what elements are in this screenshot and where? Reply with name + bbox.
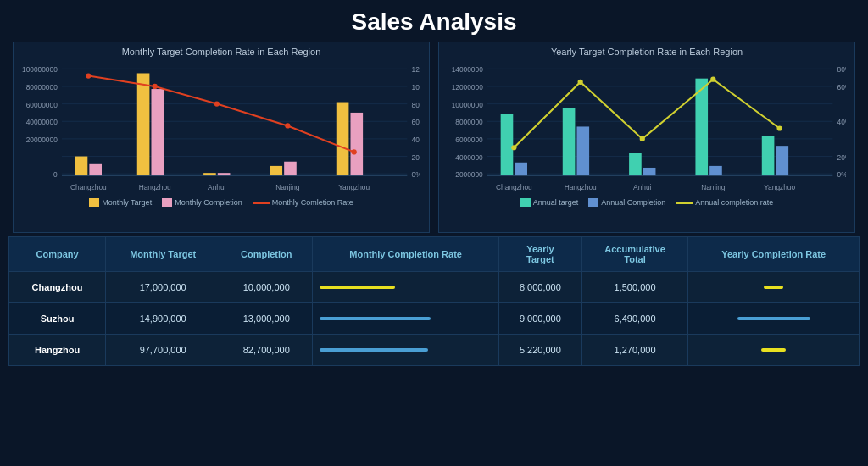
right-chart-legend: Annual target Annual Completion Annual c… xyxy=(448,198,846,207)
svg-text:Hangzhou: Hangzhou xyxy=(565,183,597,191)
svg-text:20%: 20% xyxy=(412,153,420,162)
right-chart-title: Yearly Target Completion Rate in Each Re… xyxy=(448,47,846,57)
svg-rect-23 xyxy=(151,89,164,175)
page-title: Sales Analysis xyxy=(0,0,868,40)
svg-point-70 xyxy=(511,145,516,150)
svg-text:14000000: 14000000 xyxy=(452,65,484,74)
svg-text:0%: 0% xyxy=(412,170,420,179)
cell-yearly-rate xyxy=(688,303,860,335)
svg-rect-29 xyxy=(350,113,363,175)
svg-text:Hangzhou: Hangzhou xyxy=(139,183,171,191)
data-table-section: Company Monthly Target Completion Monthl… xyxy=(0,236,868,366)
cell-company: Suzhou xyxy=(9,303,106,335)
col-monthly-target: Monthly Target xyxy=(106,237,220,272)
col-completion: Completion xyxy=(220,237,313,272)
svg-text:12000000: 12000000 xyxy=(452,83,484,92)
col-accumulative: AccumulativeTotal xyxy=(581,237,687,272)
left-chart-area: 100000000 80000000 60000000 40000000 200… xyxy=(22,60,420,196)
cell-company: Hangzhou xyxy=(9,335,106,366)
svg-point-74 xyxy=(777,125,782,130)
cell-yearly-rate xyxy=(688,272,860,303)
svg-text:Yangzhou: Yangzhou xyxy=(338,183,370,191)
svg-text:2000000: 2000000 xyxy=(455,170,483,179)
left-chart: Monthly Target Completion Rate in Each R… xyxy=(13,42,430,233)
sales-table: Company Monthly Target Completion Monthl… xyxy=(8,236,860,366)
svg-text:20000000: 20000000 xyxy=(26,136,58,144)
svg-text:60%: 60% xyxy=(412,118,420,126)
cell-monthly-rate xyxy=(313,272,499,303)
svg-point-72 xyxy=(640,136,645,141)
svg-text:40%: 40% xyxy=(837,118,846,126)
svg-point-31 xyxy=(153,84,158,89)
cell-monthly-target: 14,900,000 xyxy=(106,303,220,335)
col-monthly-rate: Monthly Completion Rate xyxy=(313,237,499,272)
svg-text:4000000: 4000000 xyxy=(455,153,483,162)
svg-rect-68 xyxy=(762,136,775,175)
legend-monthly-target: Monthly Target xyxy=(89,198,152,207)
legend-monthly-rate: Monthly Comletion Rate xyxy=(253,198,353,207)
svg-rect-60 xyxy=(501,114,514,175)
svg-text:120%: 120% xyxy=(412,65,420,74)
svg-text:8000000: 8000000 xyxy=(455,118,483,126)
svg-text:Yangzhuo: Yangzhuo xyxy=(764,183,795,191)
svg-text:60%: 60% xyxy=(837,83,846,92)
svg-point-30 xyxy=(86,73,91,78)
svg-rect-67 xyxy=(709,166,722,175)
svg-point-73 xyxy=(710,77,715,82)
cell-completion: 10,000,000 xyxy=(220,272,313,303)
table-row: Hangzhou 97,700,000 82,700,000 5,220,000… xyxy=(9,335,860,366)
cell-completion: 13,000,000 xyxy=(220,303,313,335)
cell-accumulative: 6,490,000 xyxy=(581,303,687,335)
svg-rect-27 xyxy=(284,162,297,176)
cell-completion: 82,700,000 xyxy=(220,335,313,366)
svg-point-34 xyxy=(352,149,357,154)
svg-rect-63 xyxy=(576,126,589,175)
svg-text:40%: 40% xyxy=(412,136,420,144)
legend-monthly-completion: Monthly Completion xyxy=(162,198,242,207)
svg-rect-28 xyxy=(337,103,349,176)
cell-accumulative: 1,270,000 xyxy=(581,335,687,366)
cell-accumulative: 1,500,000 xyxy=(581,272,687,303)
left-chart-legend: Monthly Target Monthly Completion Monthl… xyxy=(22,198,420,207)
svg-text:100000000: 100000000 xyxy=(22,65,58,74)
svg-text:80%: 80% xyxy=(412,101,420,109)
svg-text:Changzhou: Changzhou xyxy=(70,183,107,191)
svg-rect-65 xyxy=(643,168,656,175)
right-chart: Yearly Target Completion Rate in Each Re… xyxy=(438,42,855,233)
svg-rect-69 xyxy=(776,146,788,175)
col-yearly-target: YearlyTarget xyxy=(498,237,581,272)
svg-text:10000000: 10000000 xyxy=(452,101,484,109)
svg-text:Nanjing: Nanjing xyxy=(701,183,726,191)
svg-text:20%: 20% xyxy=(837,153,846,162)
svg-text:40000000: 40000000 xyxy=(26,118,58,126)
svg-text:Anhui: Anhui xyxy=(633,183,652,191)
col-company: Company xyxy=(9,237,106,272)
svg-text:Changzhou: Changzhou xyxy=(496,183,532,191)
svg-rect-61 xyxy=(515,163,527,175)
svg-rect-22 xyxy=(137,73,150,175)
svg-text:80000000: 80000000 xyxy=(26,83,58,92)
table-header-row: Company Monthly Target Completion Monthl… xyxy=(9,237,860,272)
svg-text:0: 0 xyxy=(53,170,58,179)
cell-yearly-target: 5,220,000 xyxy=(498,335,581,366)
svg-text:Nanjing: Nanjing xyxy=(275,183,300,191)
svg-text:0%: 0% xyxy=(837,170,846,179)
svg-text:80%: 80% xyxy=(837,65,846,74)
cell-monthly-target: 17,000,000 xyxy=(106,272,220,303)
svg-rect-21 xyxy=(89,164,102,175)
svg-point-33 xyxy=(285,123,290,128)
svg-rect-64 xyxy=(629,153,642,175)
svg-text:6000000: 6000000 xyxy=(455,136,483,144)
cell-yearly-target: 8,000,000 xyxy=(498,272,581,303)
svg-rect-26 xyxy=(270,166,282,175)
svg-text:60000000: 60000000 xyxy=(26,101,58,109)
col-yearly-rate: Yearly Completion Rate xyxy=(688,237,860,272)
cell-monthly-target: 97,700,000 xyxy=(106,335,220,366)
svg-point-32 xyxy=(214,102,220,107)
table-row: Changzhou 17,000,000 10,000,000 8,000,00… xyxy=(9,272,860,303)
svg-text:Anhui: Anhui xyxy=(208,183,226,191)
cell-yearly-rate xyxy=(688,335,860,366)
left-chart-title: Monthly Target Completion Rate in Each R… xyxy=(22,47,420,57)
svg-text:100%: 100% xyxy=(412,83,420,92)
legend-annual-completion: Annual Completion xyxy=(588,198,665,207)
